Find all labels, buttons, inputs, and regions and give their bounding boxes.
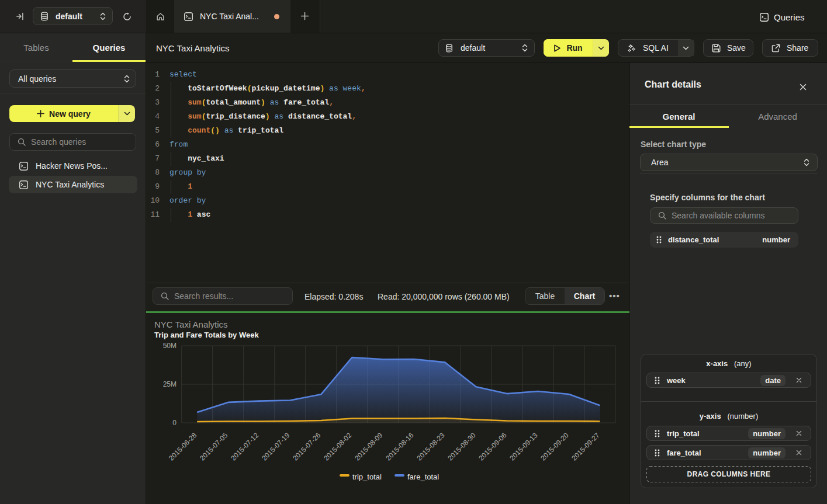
svg-text:2015-06-28: 2015-06-28 <box>167 431 199 463</box>
svg-text:2015-09-13: 2015-09-13 <box>508 431 539 463</box>
svg-text:0: 0 <box>172 419 177 427</box>
svg-text:25M: 25M <box>163 380 177 388</box>
svg-text:2015-09-27: 2015-09-27 <box>570 431 601 463</box>
svg-text:2015-09-06: 2015-09-06 <box>477 431 508 463</box>
svg-text:2015-07-05: 2015-07-05 <box>198 431 230 463</box>
svg-text:2015-07-12: 2015-07-12 <box>229 431 261 463</box>
svg-text:fare_total: fare_total <box>407 472 439 481</box>
svg-text:trip_total: trip_total <box>352 472 382 481</box>
svg-text:Trip and Fare Totals by Week: Trip and Fare Totals by Week <box>154 331 259 339</box>
svg-text:2015-08-23: 2015-08-23 <box>415 431 447 463</box>
svg-text:2015-07-19: 2015-07-19 <box>260 431 292 463</box>
svg-text:50M: 50M <box>163 342 177 350</box>
svg-text:2015-09-20: 2015-09-20 <box>539 431 570 463</box>
svg-text:2015-08-09: 2015-08-09 <box>353 431 385 463</box>
svg-text:NYC Taxi Analytics: NYC Taxi Analytics <box>154 319 228 329</box>
svg-text:2015-07-26: 2015-07-26 <box>291 431 323 463</box>
svg-text:2015-08-30: 2015-08-30 <box>446 431 477 463</box>
svg-text:2015-08-16: 2015-08-16 <box>384 431 416 463</box>
svg-text:2015-08-02: 2015-08-02 <box>322 431 354 463</box>
